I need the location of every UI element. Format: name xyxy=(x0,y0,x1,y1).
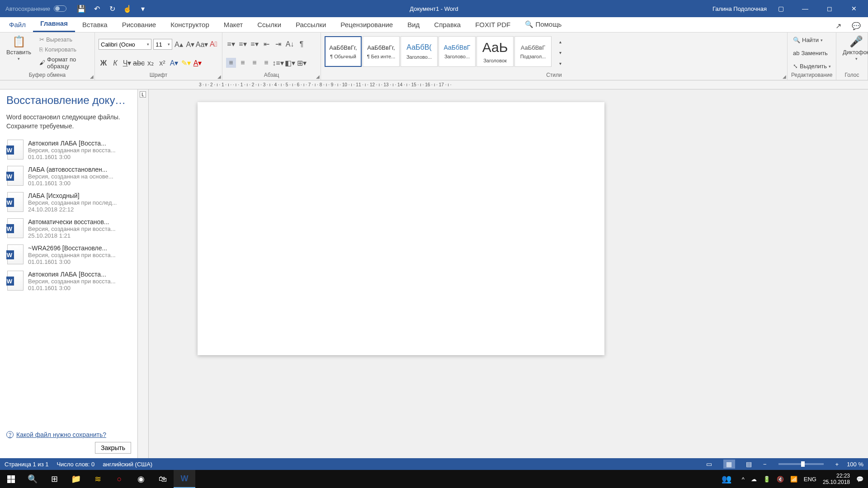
align-center-icon[interactable]: ≡ xyxy=(238,58,248,68)
word-icon[interactable]: W xyxy=(174,470,195,488)
chrome-icon[interactable]: ◉ xyxy=(130,470,152,488)
font-size-dropdown[interactable]: 11▾ xyxy=(153,39,172,50)
dialog-launcher-icon[interactable]: ◢ xyxy=(90,74,94,79)
style-item[interactable]: АаБбВвГПодзагол... xyxy=(514,36,552,67)
page-indicator[interactable]: Страница 1 из 1 xyxy=(5,461,48,468)
recovery-item[interactable]: ~WRA2696 [Восстановле...Версия, созданна… xyxy=(6,242,131,268)
opera-icon[interactable]: ○ xyxy=(108,470,130,488)
taskbar-app[interactable]: ≋ xyxy=(87,470,108,488)
tab-foxit[interactable]: FOXIT PDF xyxy=(468,17,518,32)
align-left-icon[interactable]: ≡ xyxy=(226,58,236,68)
customize-qat-icon[interactable]: ▾ xyxy=(139,5,147,13)
recovery-item[interactable]: ЛАБА [Исходный]Версия, созданная при пос… xyxy=(6,189,131,216)
recovery-item[interactable]: Автокопия ЛАБА [Восста...Версия, созданн… xyxy=(6,268,131,294)
font-name-dropdown[interactable]: Calibri (Осно▾ xyxy=(99,39,151,50)
paste-button[interactable]: 📋 Вставить ▾ xyxy=(4,34,34,71)
dialog-launcher-icon[interactable]: ◢ xyxy=(783,74,786,79)
clock[interactable]: 22:23 25.10.2018 xyxy=(823,473,850,486)
minimize-icon[interactable]: — xyxy=(795,0,816,17)
tab-review[interactable]: Рецензирование xyxy=(333,17,400,32)
document-page[interactable] xyxy=(198,102,604,355)
notifications-icon[interactable]: 💬 xyxy=(856,476,863,483)
zoom-out-icon[interactable]: − xyxy=(763,461,767,468)
superscript-icon[interactable]: x² xyxy=(157,58,167,68)
zoom-slider[interactable] xyxy=(778,463,824,465)
recovery-item[interactable]: Автоматически восстанов...Версия, создан… xyxy=(6,216,131,242)
tab-references[interactable]: Ссылки xyxy=(250,17,288,32)
language-indicator[interactable]: английский (США) xyxy=(103,461,152,468)
select-button[interactable]: ⤡Выделить ▾ xyxy=(791,62,832,70)
recovery-item[interactable]: Автокопия ЛАБА [Восста...Версия, созданн… xyxy=(6,137,131,163)
tab-home[interactable]: Главная xyxy=(33,16,75,32)
multilevel-list-icon[interactable]: ≡▾ xyxy=(250,39,259,49)
highlight-icon[interactable]: ✎▾ xyxy=(181,58,191,68)
tab-insert[interactable]: Вставка xyxy=(75,17,115,32)
save-icon[interactable]: 💾 xyxy=(77,5,85,13)
align-right-icon[interactable]: ≡ xyxy=(250,58,259,68)
tab-layout[interactable]: Макет xyxy=(217,17,250,32)
zoom-in-icon[interactable]: + xyxy=(835,461,839,468)
dialog-launcher-icon[interactable]: ◢ xyxy=(217,74,221,79)
ruler-horizontal[interactable]: 3 · ı · 2 · ı · 1 · ı · · ı · 1 · ı · 2 … xyxy=(0,80,868,89)
volume-icon[interactable]: 🔇 xyxy=(777,476,784,483)
style-item[interactable]: АаБбВ(Заголово... xyxy=(401,36,438,67)
store-icon[interactable]: 🛍 xyxy=(152,470,174,488)
start-button[interactable] xyxy=(0,470,22,488)
justify-icon[interactable]: ≡ xyxy=(261,58,271,68)
task-view-icon[interactable]: ⊞ xyxy=(43,470,65,488)
styles-more-icon[interactable]: ▾ xyxy=(555,59,565,69)
dictate-button[interactable]: 🎤 Диктофон ▾ xyxy=(840,34,868,71)
word-count[interactable]: Число слов: 0 xyxy=(57,461,94,468)
tab-mailings[interactable]: Рассылки xyxy=(288,17,333,32)
style-item[interactable]: АаБбВвГЗаголово... xyxy=(439,36,476,67)
comments-icon[interactable]: 💬 xyxy=(850,19,863,32)
zoom-level[interactable]: 100 % xyxy=(847,461,863,468)
strikethrough-icon[interactable]: abc xyxy=(134,58,144,68)
read-mode-icon[interactable]: ▭ xyxy=(703,460,715,469)
ribbon-display-icon[interactable]: ▢ xyxy=(770,0,791,17)
onedrive-icon[interactable]: ☁ xyxy=(751,476,757,483)
share-icon[interactable]: ↗ xyxy=(832,19,844,32)
borders-icon[interactable]: ⊞▾ xyxy=(297,58,307,68)
file-explorer-icon[interactable]: 📁 xyxy=(65,470,87,488)
subscript-icon[interactable]: x₂ xyxy=(146,58,156,68)
decrease-indent-icon[interactable]: ⇤ xyxy=(261,39,271,49)
tab-help[interactable]: Справка xyxy=(427,17,468,32)
dialog-launcher-icon[interactable]: ◢ xyxy=(316,74,320,79)
recovery-close-button[interactable]: Закрыть xyxy=(95,442,131,454)
people-icon[interactable]: 👥 xyxy=(716,470,737,488)
tray-chevron-icon[interactable]: ^ xyxy=(742,476,745,483)
replace-button[interactable]: abЗаменить xyxy=(791,49,832,57)
bold-icon[interactable]: Ж xyxy=(99,58,108,68)
show-marks-icon[interactable]: ¶ xyxy=(297,39,307,49)
increase-indent-icon[interactable]: ⇥ xyxy=(273,39,283,49)
shading-icon[interactable]: ◧▾ xyxy=(285,58,295,68)
sort-icon[interactable]: A↓ xyxy=(285,39,295,49)
web-layout-icon[interactable]: ▤ xyxy=(743,460,755,469)
underline-icon[interactable]: Ч▾ xyxy=(122,58,132,68)
tab-file[interactable]: Файл xyxy=(2,17,33,32)
font-color-icon[interactable]: A▾ xyxy=(193,58,203,68)
tab-view[interactable]: Вид xyxy=(400,17,427,32)
tab-design[interactable]: Конструктор xyxy=(163,17,217,32)
styles-scroll-down-icon[interactable]: ▾ xyxy=(555,48,565,58)
italic-icon[interactable]: К xyxy=(110,58,120,68)
find-button[interactable]: 🔍Найти ▾ xyxy=(791,36,832,44)
page-viewport[interactable] xyxy=(149,89,868,458)
style-item[interactable]: АаБбВвГг,¶ Без инте... xyxy=(363,36,400,67)
bullets-icon[interactable]: ≡▾ xyxy=(226,39,236,49)
language-indicator[interactable]: ENG xyxy=(804,476,816,483)
autosave-toggle[interactable]: Автосохранение xyxy=(0,5,72,12)
line-spacing-icon[interactable]: ↕≡▾ xyxy=(273,58,283,68)
recovery-item[interactable]: ЛАБА (автовосстановлен...Версия, созданн… xyxy=(6,163,131,189)
redo-icon[interactable]: ↻ xyxy=(108,5,116,13)
cut-button[interactable]: ✂Вырезать xyxy=(38,36,91,43)
shrink-font-icon[interactable]: A▾ xyxy=(185,39,195,49)
tell-me[interactable]: 🔍 Помощь xyxy=(518,17,569,32)
user-name[interactable]: Галина Подолочная xyxy=(712,5,767,12)
tab-stop-icon[interactable]: L xyxy=(140,91,146,98)
touch-mode-icon[interactable]: ☝ xyxy=(123,5,132,13)
search-icon[interactable]: 🔍 xyxy=(22,470,43,488)
style-item[interactable]: АаЬЗаголовок xyxy=(476,36,514,67)
change-case-icon[interactable]: Aa▾ xyxy=(197,39,207,49)
